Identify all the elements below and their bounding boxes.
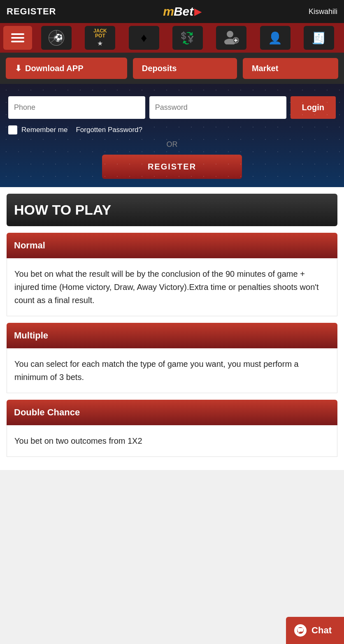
remember-label: Remember me (21, 126, 67, 134)
market-button[interactable]: Market (243, 58, 338, 79)
svg-rect-16 (298, 628, 303, 632)
receipt-icon[interactable]: 🧾 (304, 26, 334, 50)
register-label: REGISTER (148, 162, 196, 171)
deposits-button[interactable]: Deposits (133, 58, 237, 79)
sports-svg: ⚽ (47, 29, 65, 47)
jackpot-icon[interactable]: JACK POT ★ (85, 26, 115, 50)
multiple-content: You can select for each match the type o… (7, 348, 337, 393)
normal-header: Normal (7, 233, 337, 258)
hamburger-line-3 (11, 41, 24, 42)
cards-icon[interactable]: ♦ (129, 26, 159, 50)
register-link[interactable]: REGISTER (7, 6, 56, 17)
multiple-header: Multiple (7, 323, 337, 348)
register-button[interactable]: REGISTER (102, 155, 242, 179)
svg-text:⚽: ⚽ (54, 33, 63, 42)
remember-checkbox[interactable] (8, 125, 17, 134)
chat-button[interactable]: Chat (286, 617, 344, 644)
chat-label: Chat (311, 625, 332, 636)
normal-section: Normal You bet on what the result will b… (7, 233, 337, 316)
logo: m Bet ▶ (163, 5, 202, 19)
action-bar: ⬇ Download APP Deposits Market (0, 53, 344, 84)
hamburger-line-1 (11, 33, 24, 35)
phone-input[interactable] (8, 96, 145, 119)
user-icon[interactable]: 👤 (260, 26, 291, 50)
deposits-label: Deposits (142, 64, 177, 73)
chat-icon-svg (297, 627, 304, 634)
logo-text: m (163, 5, 174, 19)
hamburger-menu[interactable] (3, 26, 32, 50)
top-nav-bar: REGISTER m Bet ▶ Kiswahili (0, 0, 344, 23)
nav-icons-group: ⚽ JACK POT ★ ♦ 💱 (35, 26, 341, 50)
chat-bubble-icon (294, 624, 307, 637)
login-label: Login (302, 103, 324, 112)
market-label: Market (252, 64, 278, 73)
remember-row: Remember me Forgotten Password? (8, 125, 336, 134)
download-app-button[interactable]: ⬇ Download APP (6, 58, 127, 79)
logo-bet: Bet (174, 5, 193, 19)
language-selector[interactable]: Kiswahili (309, 7, 337, 16)
logo-accent: ▶ (194, 6, 202, 17)
download-app-label: Download APP (25, 64, 83, 73)
hamburger-line-2 (11, 37, 24, 39)
icon-nav-bar: ⚽ JACK POT ★ ♦ 💱 (0, 23, 344, 53)
double-chance-section: Double Chance You bet on two outcomes fr… (7, 400, 337, 457)
add-user-icon[interactable] (216, 26, 246, 50)
add-user-svg (223, 29, 239, 44)
forgotten-password-link[interactable]: Forgotten Password? (76, 126, 142, 134)
sports-icon[interactable]: ⚽ (41, 26, 72, 50)
login-section: Login Remember me Forgotten Password? OR… (0, 84, 344, 187)
how-to-play-section: HOW TO PLAY Normal You bet on what the r… (0, 187, 344, 470)
or-divider: OR (8, 140, 336, 149)
transfer-icon[interactable]: 💱 (172, 26, 203, 50)
login-inputs-row: Login (8, 96, 336, 119)
how-to-play-title: HOW TO PLAY (7, 194, 337, 226)
double-chance-content: You bet on two outcomes from 1X2 (7, 425, 337, 457)
password-input[interactable] (149, 96, 286, 119)
multiple-section: Multiple You can select for each match t… (7, 323, 337, 393)
double-chance-header: Double Chance (7, 400, 337, 425)
login-button[interactable]: Login (291, 96, 336, 119)
download-icon: ⬇ (15, 63, 22, 73)
normal-content: You bet on what the result will be by th… (7, 258, 337, 316)
svg-point-9 (227, 31, 233, 37)
